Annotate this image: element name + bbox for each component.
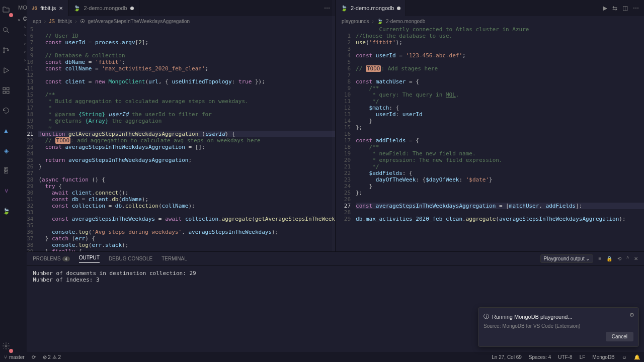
tree-item[interactable]: ①distance bbox=[12, 137, 27, 145]
lock-icon[interactable]: 🔒 bbox=[606, 256, 612, 261]
svg-point-1 bbox=[4, 48, 5, 49]
sb-language[interactable]: MongoDB bbox=[592, 354, 614, 360]
search-icon[interactable] bbox=[0, 24, 12, 36]
tree-item[interactable]: ›🖧DW - 🔒 bbox=[12, 39, 27, 48]
output-channel-select[interactable]: Playground output ⌄ bbox=[540, 254, 594, 263]
explorer-icon[interactable] bbox=[0, 4, 12, 16]
editor-tab[interactable]: 🍃 2-demo.mongodb bbox=[68, 0, 139, 16]
tree-item[interactable]: 🗎Documents bbox=[12, 105, 27, 113]
sidebar-section-connections[interactable]: ⌄Connections bbox=[12, 15, 27, 23]
sb-errors[interactable]: ⊘ 2 ⚠ 2 bbox=[43, 354, 61, 360]
chevron-up-icon[interactable]: ^ bbox=[626, 256, 629, 261]
sb-feedback[interactable]: ☺ bbox=[622, 354, 627, 360]
split-icon[interactable]: ◫ bbox=[622, 5, 628, 12]
tree-item[interactable]: ›🖧Atlas Sandbox bbox=[12, 31, 27, 39]
svg-point-3 bbox=[8, 50, 9, 51]
git-fork-icon[interactable]: ⑂ bbox=[0, 185, 12, 197]
docker-icon[interactable]: ◈ bbox=[0, 145, 12, 157]
tree-item[interactable]: ›🖧Test Data Sets bbox=[12, 48, 27, 56]
debug-icon[interactable] bbox=[0, 64, 12, 76]
tree-item[interactable]: ⌄🗂max_activities_2020_feb_clean bbox=[12, 97, 27, 105]
tree-item[interactable]: ›🗄mongodbVSCodePlaygroundDB bbox=[12, 185, 27, 193]
tree-item[interactable]: 🔑_id bbox=[12, 121, 27, 129]
tree-item[interactable]: ›🗄gyroscope bbox=[12, 177, 27, 185]
tree-item[interactable]: 📅date bbox=[12, 129, 27, 137]
breadcrumb-right[interactable]: playgrounds› 🍃 2-demo.mongodb bbox=[336, 16, 644, 26]
tree-item[interactable]: ①beds bbox=[12, 298, 27, 306]
tree-item[interactable]: ①bedrooms bbox=[12, 290, 27, 298]
refresh-icon[interactable] bbox=[0, 105, 12, 117]
tabs-left: JS fitbit.js ✕🍃 2-demo.mongodb ⋯ bbox=[27, 0, 335, 16]
tree-item[interactable]: ⌄🗄fitbit bbox=[12, 80, 27, 88]
tree-item[interactable]: ›🗂max_activities_2020_feb bbox=[12, 88, 27, 97]
svg-point-8 bbox=[5, 345, 7, 347]
tab-output[interactable]: OUTPUT bbox=[79, 255, 100, 263]
tree-item[interactable]: ①minutes_sedentary bbox=[12, 145, 27, 153]
editor-tab[interactable]: JS fitbit.js ✕ bbox=[27, 0, 68, 16]
tree-item[interactable]: ›{}availability bbox=[12, 265, 27, 274]
tree-item[interactable]: ①accommodates bbox=[12, 241, 27, 249]
svg-rect-6 bbox=[3, 91, 6, 94]
tree-item[interactable]: 𝐀bed_type bbox=[12, 282, 27, 290]
tree-item[interactable]: 𝐀description bbox=[12, 330, 27, 338]
sb-spaces[interactable]: Spaces: 4 bbox=[529, 354, 551, 360]
tree-item[interactable]: 📅calendar_last_scraped bbox=[12, 306, 27, 314]
editor-left: JS fitbit.js ✕🍃 2-demo.mongodb ⋯ app› JS… bbox=[27, 0, 336, 251]
tab-problems[interactable]: PROBLEMS4 bbox=[33, 256, 70, 261]
azure-icon[interactable]: ▲ bbox=[0, 125, 12, 137]
editor-tab[interactable]: 🍃 2-demo.mongodb bbox=[336, 0, 406, 16]
compare-icon[interactable]: ⇆ bbox=[612, 5, 617, 12]
tree-item[interactable]: ›🔑_id bbox=[12, 225, 27, 233]
tab-debug-console[interactable]: DEBUG CONSOLE bbox=[109, 256, 152, 261]
breadcrumb-left[interactable]: app› JS fitbit.js› ⦿ getAverageStepsInTh… bbox=[27, 16, 335, 26]
sidebar: MONGODB ⋯ ⌄Connections ›🖧Localhost›🖧Atla… bbox=[12, 0, 27, 352]
tree-item[interactable]: ›🖧Localhost bbox=[12, 23, 27, 31]
mongodb-icon[interactable]: 🍃 bbox=[0, 205, 12, 217]
tree-item[interactable]: 𝐀userId bbox=[12, 161, 27, 169]
tree-item[interactable]: ⌄🗂listingsAndReviews bbox=[12, 201, 27, 209]
tree-item[interactable]: ›🗄aggregations bbox=[12, 72, 27, 80]
sb-sync[interactable]: ⟳ bbox=[32, 354, 36, 360]
play-icon[interactable]: ▶ bbox=[603, 5, 607, 12]
clear-icon[interactable]: ⟲ bbox=[617, 256, 621, 261]
tree-item[interactable]: ①steps bbox=[12, 153, 27, 161]
sidebar-panel-title: MONGODB bbox=[18, 5, 27, 11]
extensions-icon[interactable] bbox=[0, 84, 12, 97]
sb-eol[interactable]: LF bbox=[580, 354, 586, 360]
more-icon[interactable]: ⋯ bbox=[324, 5, 330, 12]
scm-icon[interactable] bbox=[0, 44, 12, 56]
tree-item[interactable]: 𝐀cancellation_policy bbox=[12, 314, 27, 322]
tree-item[interactable]: ⌄📋Schema bbox=[12, 217, 27, 225]
tree-item[interactable]: ›{}address bbox=[12, 249, 27, 257]
code-editor-left[interactable]: // User ID const userId = process.argv[2… bbox=[38, 26, 335, 251]
cancel-button[interactable]: Cancel bbox=[606, 332, 633, 341]
tree-item[interactable]: ①extra_people bbox=[12, 338, 27, 346]
svg-point-2 bbox=[4, 52, 5, 53]
tree-item[interactable]: ›🖧Atlas Data Lake Test - 🔒 bbox=[12, 56, 27, 64]
database-icon[interactable]: 🗄 bbox=[0, 165, 12, 177]
sb-bell-icon[interactable]: 🔔 bbox=[634, 354, 640, 360]
statusbar: ⑂ master ⟳ ⊘ 2 ⚠ 2 Ln 27, Col 69 Spaces:… bbox=[0, 352, 644, 362]
tree-item[interactable]: ①cleaning_fee bbox=[12, 322, 27, 330]
tree-item[interactable]: ⌄🖧Atlas cluster in Azure connected bbox=[12, 64, 27, 72]
svg-rect-7 bbox=[7, 91, 9, 94]
tree-item[interactable]: 𝐀access bbox=[12, 233, 27, 241]
code-editor-right[interactable]: Currently connected to Atlas cluster in … bbox=[356, 26, 644, 251]
tree-item[interactable]: ⌄📋Schema bbox=[12, 113, 27, 121]
svg-rect-5 bbox=[7, 87, 9, 90]
tree-item[interactable]: Show more fields... bbox=[12, 346, 27, 352]
tab-terminal[interactable]: TERMINAL bbox=[162, 256, 187, 261]
tree-item[interactable]: ⌄🗄sample_airbnb bbox=[12, 193, 27, 201]
tree-item[interactable]: ›🗄fitbit_shell bbox=[12, 169, 27, 177]
tree-item[interactable]: ①bathrooms bbox=[12, 274, 27, 282]
sb-branch[interactable]: ⑂ master bbox=[4, 354, 25, 360]
settings-icon[interactable] bbox=[0, 340, 12, 352]
sb-cursor[interactable]: Ln 27, Col 69 bbox=[492, 354, 522, 360]
tree-item[interactable]: ›[]amenities bbox=[12, 257, 27, 265]
list-icon[interactable]: ≡ bbox=[598, 256, 601, 261]
close-icon[interactable]: ✕ bbox=[634, 256, 638, 261]
tree-item[interactable]: ›🗎Documents bbox=[12, 209, 27, 217]
more-icon[interactable]: ⋯ bbox=[633, 5, 639, 12]
sb-encoding[interactable]: UTF-8 bbox=[558, 354, 572, 360]
gear-icon[interactable]: ⚙ bbox=[629, 312, 634, 318]
